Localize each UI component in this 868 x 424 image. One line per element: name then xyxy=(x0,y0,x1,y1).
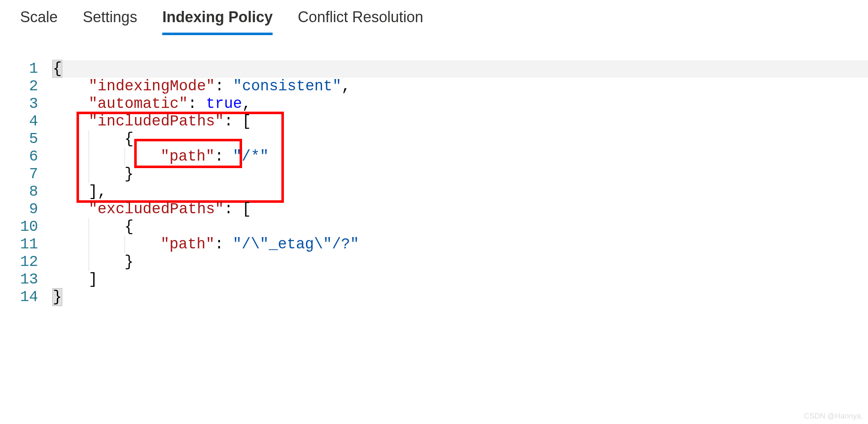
code-line: "excludedPaths": [ xyxy=(52,201,868,218)
watermark: CSDN @Hannya. xyxy=(804,412,863,421)
line-number: 3 xyxy=(20,95,38,113)
code-line: } xyxy=(52,253,868,271)
line-number: 1 xyxy=(20,60,38,78)
code-editor[interactable]: 1 2 3 4 5 6 7 8 9 10 11 12 13 14 { "inde… xyxy=(0,60,868,306)
code-line: { xyxy=(52,218,868,236)
tab-conflict-resolution[interactable]: Conflict Resolution xyxy=(298,8,423,35)
line-number-gutter: 1 2 3 4 5 6 7 8 9 10 11 12 13 14 xyxy=(20,60,52,306)
code-line: "automatic": true, xyxy=(52,95,868,113)
code-line: "includedPaths": [ xyxy=(52,113,868,130)
code-line: { xyxy=(52,130,868,148)
code-line: "indexingMode": "consistent", xyxy=(52,78,868,95)
line-number: 11 xyxy=(20,236,38,253)
tab-indexing-policy[interactable]: Indexing Policy xyxy=(162,8,273,35)
tab-settings[interactable]: Settings xyxy=(83,8,137,35)
code-content[interactable]: { "indexingMode": "consistent", "automat… xyxy=(52,60,868,306)
line-number: 14 xyxy=(20,289,38,306)
code-line: ] xyxy=(52,271,868,289)
code-line: "path": "/\"_etag\"/?" xyxy=(52,236,868,253)
line-number: 12 xyxy=(20,253,38,271)
code-line: } xyxy=(52,289,868,306)
line-number: 8 xyxy=(20,183,38,201)
line-number: 13 xyxy=(20,271,38,289)
line-number: 10 xyxy=(20,218,38,236)
code-line: ], xyxy=(52,183,868,201)
code-line: { xyxy=(52,60,868,78)
tab-scale[interactable]: Scale xyxy=(20,8,58,35)
code-line: } xyxy=(52,166,868,183)
line-number: 4 xyxy=(20,113,38,130)
tab-bar: Scale Settings Indexing Policy Conflict … xyxy=(0,0,868,35)
code-line: "path": "/*" xyxy=(52,148,868,166)
line-number: 6 xyxy=(20,148,38,166)
line-number: 5 xyxy=(20,130,38,148)
line-number: 2 xyxy=(20,78,38,95)
line-number: 7 xyxy=(20,166,38,183)
line-number: 9 xyxy=(20,201,38,218)
